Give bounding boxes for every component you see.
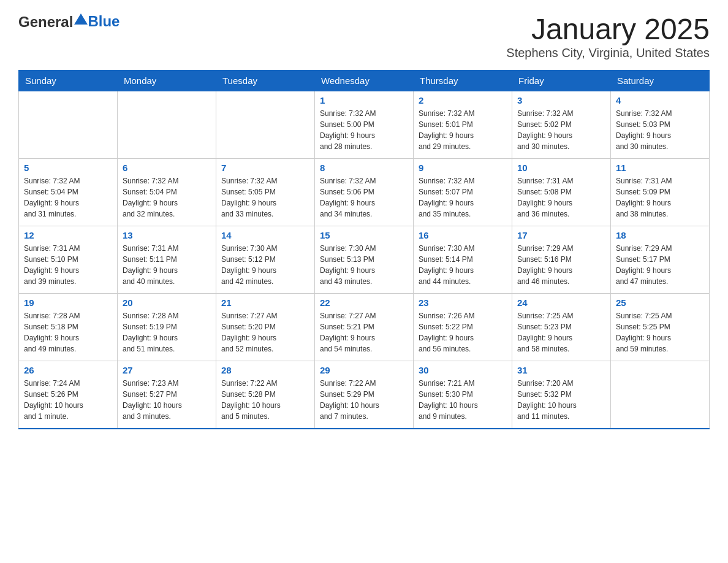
logo-general-text: General [18, 13, 73, 31]
header-sunday: Sunday [19, 71, 118, 91]
calendar-cell: 13Sunrise: 7:31 AM Sunset: 5:11 PM Dayli… [118, 226, 216, 294]
calendar-cell: 15Sunrise: 7:30 AM Sunset: 5:13 PM Dayli… [315, 226, 414, 294]
day-info: Sunrise: 7:30 AM Sunset: 5:13 PM Dayligh… [320, 243, 408, 287]
day-number: 2 [419, 95, 507, 105]
day-number: 24 [517, 297, 605, 308]
day-info: Sunrise: 7:32 AM Sunset: 5:06 PM Dayligh… [320, 175, 408, 220]
header-tuesday: Tuesday [216, 71, 315, 91]
calendar-cell: 5Sunrise: 7:32 AM Sunset: 5:04 PM Daylig… [19, 159, 118, 226]
calendar-cell: 2Sunrise: 7:32 AM Sunset: 5:01 PM Daylig… [414, 91, 512, 159]
day-info: Sunrise: 7:32 AM Sunset: 5:01 PM Dayligh… [419, 108, 507, 152]
calendar-cell: 22Sunrise: 7:27 AM Sunset: 5:21 PM Dayli… [315, 294, 414, 361]
day-info: Sunrise: 7:28 AM Sunset: 5:19 PM Dayligh… [123, 310, 211, 354]
day-info: Sunrise: 7:29 AM Sunset: 5:17 PM Dayligh… [616, 243, 704, 287]
calendar-cell: 31Sunrise: 7:20 AM Sunset: 5:32 PM Dayli… [512, 361, 611, 429]
svg-marker-0 [74, 13, 88, 25]
page-header: General Blue January 2025 Stephens City,… [18, 12, 710, 60]
day-info: Sunrise: 7:31 AM Sunset: 5:11 PM Dayligh… [123, 243, 211, 287]
day-info: Sunrise: 7:32 AM Sunset: 5:04 PM Dayligh… [123, 175, 211, 220]
calendar-cell: 4Sunrise: 7:32 AM Sunset: 5:03 PM Daylig… [611, 91, 710, 159]
calendar-cell [118, 91, 216, 159]
day-number: 17 [517, 230, 605, 240]
day-info: Sunrise: 7:22 AM Sunset: 5:28 PM Dayligh… [221, 378, 309, 422]
day-number: 10 [517, 163, 605, 173]
day-info: Sunrise: 7:28 AM Sunset: 5:18 PM Dayligh… [24, 310, 112, 354]
day-number: 11 [616, 163, 704, 173]
calendar-subtitle: Stephens City, Virginia, United States [506, 46, 710, 60]
day-info: Sunrise: 7:32 AM Sunset: 5:02 PM Dayligh… [517, 108, 605, 152]
day-number: 3 [517, 95, 605, 105]
calendar-cell: 19Sunrise: 7:28 AM Sunset: 5:18 PM Dayli… [19, 294, 118, 361]
day-info: Sunrise: 7:32 AM Sunset: 5:00 PM Dayligh… [320, 108, 408, 152]
day-info: Sunrise: 7:25 AM Sunset: 5:23 PM Dayligh… [517, 310, 605, 354]
header-saturday: Saturday [611, 71, 710, 91]
calendar-cell: 17Sunrise: 7:29 AM Sunset: 5:16 PM Dayli… [512, 226, 611, 294]
day-number: 19 [24, 297, 112, 308]
day-number: 21 [221, 297, 309, 308]
day-number: 13 [123, 230, 211, 240]
day-info: Sunrise: 7:32 AM Sunset: 5:07 PM Dayligh… [419, 175, 507, 220]
week-row-4: 19Sunrise: 7:28 AM Sunset: 5:18 PM Dayli… [19, 294, 710, 361]
week-row-5: 26Sunrise: 7:24 AM Sunset: 5:26 PM Dayli… [19, 361, 710, 429]
day-info: Sunrise: 7:31 AM Sunset: 5:09 PM Dayligh… [616, 175, 704, 220]
calendar-cell: 7Sunrise: 7:32 AM Sunset: 5:05 PM Daylig… [216, 159, 315, 226]
day-info: Sunrise: 7:25 AM Sunset: 5:25 PM Dayligh… [616, 310, 704, 354]
day-info: Sunrise: 7:24 AM Sunset: 5:26 PM Dayligh… [24, 378, 112, 422]
day-info: Sunrise: 7:23 AM Sunset: 5:27 PM Dayligh… [123, 378, 211, 422]
day-number: 29 [320, 365, 408, 375]
calendar-cell [19, 91, 118, 159]
day-info: Sunrise: 7:31 AM Sunset: 5:10 PM Dayligh… [24, 243, 112, 287]
calendar-cell: 29Sunrise: 7:22 AM Sunset: 5:29 PM Dayli… [315, 361, 414, 429]
calendar-cell: 23Sunrise: 7:26 AM Sunset: 5:22 PM Dayli… [414, 294, 512, 361]
week-row-2: 5Sunrise: 7:32 AM Sunset: 5:04 PM Daylig… [19, 159, 710, 226]
calendar-title: January 2025 [506, 12, 710, 46]
calendar-cell: 6Sunrise: 7:32 AM Sunset: 5:04 PM Daylig… [118, 159, 216, 226]
day-number: 4 [616, 95, 704, 105]
weekday-header-row: SundayMondayTuesdayWednesdayThursdayFrid… [19, 71, 710, 91]
day-number: 25 [616, 297, 704, 308]
day-number: 23 [419, 297, 507, 308]
logo-blue-text: Blue [88, 13, 119, 30]
day-info: Sunrise: 7:27 AM Sunset: 5:20 PM Dayligh… [221, 310, 309, 354]
calendar-cell: 1Sunrise: 7:32 AM Sunset: 5:00 PM Daylig… [315, 91, 414, 159]
day-info: Sunrise: 7:27 AM Sunset: 5:21 PM Dayligh… [320, 310, 408, 354]
day-number: 1 [320, 95, 408, 105]
calendar-cell: 18Sunrise: 7:29 AM Sunset: 5:17 PM Dayli… [611, 226, 710, 294]
day-info: Sunrise: 7:21 AM Sunset: 5:30 PM Dayligh… [419, 378, 507, 422]
day-number: 18 [616, 230, 704, 240]
calendar-cell [216, 91, 315, 159]
calendar-cell: 21Sunrise: 7:27 AM Sunset: 5:20 PM Dayli… [216, 294, 315, 361]
calendar-cell: 10Sunrise: 7:31 AM Sunset: 5:08 PM Dayli… [512, 159, 611, 226]
calendar-cell: 16Sunrise: 7:30 AM Sunset: 5:14 PM Dayli… [414, 226, 512, 294]
day-number: 30 [419, 365, 507, 375]
day-info: Sunrise: 7:22 AM Sunset: 5:29 PM Dayligh… [320, 378, 408, 422]
day-info: Sunrise: 7:30 AM Sunset: 5:14 PM Dayligh… [419, 243, 507, 287]
day-number: 15 [320, 230, 408, 240]
logo: General Blue [18, 12, 119, 31]
day-info: Sunrise: 7:31 AM Sunset: 5:08 PM Dayligh… [517, 175, 605, 220]
day-number: 6 [123, 163, 211, 173]
day-number: 26 [24, 365, 112, 375]
day-info: Sunrise: 7:30 AM Sunset: 5:12 PM Dayligh… [221, 243, 309, 287]
day-info: Sunrise: 7:32 AM Sunset: 5:03 PM Dayligh… [616, 108, 704, 152]
day-info: Sunrise: 7:32 AM Sunset: 5:04 PM Dayligh… [24, 175, 112, 220]
calendar-cell [611, 361, 710, 429]
header-thursday: Thursday [414, 71, 512, 91]
calendar-cell: 27Sunrise: 7:23 AM Sunset: 5:27 PM Dayli… [118, 361, 216, 429]
day-number: 28 [221, 365, 309, 375]
day-info: Sunrise: 7:29 AM Sunset: 5:16 PM Dayligh… [517, 243, 605, 287]
day-number: 27 [123, 365, 211, 375]
day-info: Sunrise: 7:20 AM Sunset: 5:32 PM Dayligh… [517, 378, 605, 422]
title-block: January 2025 Stephens City, Virginia, Un… [506, 12, 710, 60]
day-number: 9 [419, 163, 507, 173]
calendar-cell: 25Sunrise: 7:25 AM Sunset: 5:25 PM Dayli… [611, 294, 710, 361]
day-number: 7 [221, 163, 309, 173]
day-number: 14 [221, 230, 309, 240]
header-monday: Monday [118, 71, 216, 91]
day-number: 12 [24, 230, 112, 240]
calendar-cell: 11Sunrise: 7:31 AM Sunset: 5:09 PM Dayli… [611, 159, 710, 226]
calendar-cell: 24Sunrise: 7:25 AM Sunset: 5:23 PM Dayli… [512, 294, 611, 361]
logo-arrow-icon [74, 12, 88, 28]
day-number: 8 [320, 163, 408, 173]
day-number: 22 [320, 297, 408, 308]
